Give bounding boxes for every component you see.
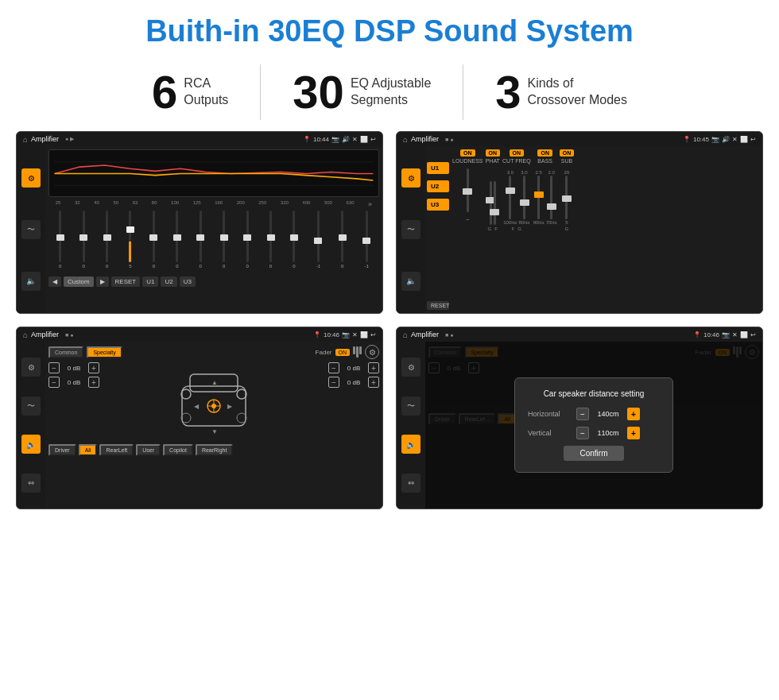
eq-slider-11[interactable]: -1 xyxy=(316,211,320,274)
stat-label-eq: EQ Adjustable Segments xyxy=(351,69,431,109)
eq-slider-12[interactable]: 0 xyxy=(341,211,343,274)
phat-toggle[interactable]: ON xyxy=(486,149,501,157)
vertical-ctrl: − 110cm + xyxy=(576,427,640,439)
horizontal-ctrl: − 140cm + xyxy=(576,408,640,420)
fader-on-badge[interactable]: ON xyxy=(335,349,351,356)
vertical-label: Vertical xyxy=(528,429,572,437)
eq-slider-8[interactable]: 0 xyxy=(246,211,248,274)
cutfreq-toggle[interactable]: ON xyxy=(510,149,525,157)
cross-speaker-icon[interactable]: 🔈 xyxy=(401,272,421,291)
db-value-rl: 0 dB xyxy=(62,379,86,386)
u-labels: U1 U2 U3 RESET xyxy=(427,149,449,310)
wave-icon-btn[interactable]: 〜 xyxy=(21,220,41,239)
fader2-expand-icon[interactable]: ⇔ xyxy=(401,474,421,493)
svg-text:◀: ◀ xyxy=(194,403,200,410)
sub-toggle[interactable]: ON xyxy=(560,149,575,157)
eq-slider-13[interactable]: -1 xyxy=(365,211,369,274)
db-plus-rr[interactable]: + xyxy=(368,377,379,388)
fader-bars xyxy=(353,346,362,358)
home-icon-2[interactable]: ⌂ xyxy=(403,135,408,144)
eq-slider-5[interactable]: 0 xyxy=(176,211,178,274)
left-icons-2: ⚙ 〜 🔈 xyxy=(397,146,425,313)
screen-body-eq: ⚙ 〜 🔈 xyxy=(17,146,382,313)
eq-u2-btn[interactable]: U2 xyxy=(161,277,176,287)
fader-wave-icon[interactable]: 〜 xyxy=(21,396,41,416)
db-minus-fr[interactable]: − xyxy=(328,362,339,373)
u2-label[interactable]: U2 xyxy=(427,180,449,192)
dialog-title: Car speaker distance setting xyxy=(528,389,660,398)
db-plus-fr[interactable]: + xyxy=(368,362,379,373)
fader-top-row: Common Specialty Fader ON ⚙ xyxy=(48,345,379,359)
stat-label-rca: RCA Outputs xyxy=(184,69,228,109)
eq-slider-6[interactable]: 0 xyxy=(200,211,202,274)
fader2-eq-icon[interactable]: ⚙ xyxy=(401,358,421,377)
fader-speaker-icon[interactable]: 🔈 xyxy=(21,435,41,454)
home-icon-1[interactable]: ⌂ xyxy=(23,135,28,144)
db-minus-rl[interactable]: − xyxy=(48,377,60,388)
screen-eq: ⌂ Amplifier ● ▶ 📍 10:44 📷 🔊 ✕ ⬜ ↩ ⚙ 〜 🔈 xyxy=(16,131,383,314)
loudness-toggle[interactable]: ON xyxy=(460,149,475,157)
db-value-fr: 0 dB xyxy=(342,365,366,372)
fader-bottom-btns: Driver All RearLeft User Copilot RearRig… xyxy=(48,444,379,456)
rearright-btn[interactable]: RearRight xyxy=(196,444,234,456)
driver-btn[interactable]: Driver xyxy=(48,444,76,456)
eq-reset-btn[interactable]: RESET xyxy=(111,277,141,287)
statusbar-3: ⌂ Amplifier ■ ● 📍 10:46 📷 ✕ ⬜ ↩ xyxy=(17,327,382,342)
screen-body-fader-dialog: ⚙ 〜 🔈 ⇔ Common Specialty Fader ON xyxy=(397,342,762,509)
home-icon-4[interactable]: ⌂ xyxy=(403,331,408,339)
copilot-btn[interactable]: Copilot xyxy=(163,444,193,456)
u1-label[interactable]: U1 xyxy=(427,162,449,174)
eq-u3-btn[interactable]: U3 xyxy=(180,277,196,287)
eq-icon-btn[interactable]: ⚙ xyxy=(21,168,41,188)
bass-toggle[interactable]: ON xyxy=(537,149,552,157)
eq-slider-0[interactable]: 0 xyxy=(59,211,61,274)
fader2-speaker-icon[interactable]: 🔈 xyxy=(401,435,421,454)
cross-wave-icon[interactable]: 〜 xyxy=(401,220,421,239)
stat-crossover: 3 Kinds of Crossover Modes xyxy=(463,69,659,115)
eq-slider-10[interactable]: 0 xyxy=(293,211,295,274)
eq-play-btn[interactable]: ▶ xyxy=(96,277,109,287)
eq-slider-2[interactable]: 0 xyxy=(106,211,108,274)
all-btn[interactable]: All xyxy=(79,444,98,456)
sub-sliders: 20 5 xyxy=(564,165,570,225)
horizontal-minus[interactable]: − xyxy=(576,408,589,420)
common-tab[interactable]: Common xyxy=(48,346,83,358)
dialog-vertical-row: Vertical − 110cm + xyxy=(528,427,660,439)
settings-icon[interactable]: ⚙ xyxy=(365,345,379,359)
db-minus-fl[interactable]: − xyxy=(48,362,60,373)
user-btn[interactable]: User xyxy=(136,444,161,456)
sub-label: SUB xyxy=(561,158,572,164)
left-icons-1: ⚙ 〜 🔈 xyxy=(17,146,45,313)
eq-custom-btn[interactable]: Custom xyxy=(64,277,94,287)
home-icon-3[interactable]: ⌂ xyxy=(23,331,28,339)
eq-slider-1[interactable]: 0 xyxy=(82,211,84,274)
vertical-minus[interactable]: − xyxy=(576,427,589,439)
vertical-plus[interactable]: + xyxy=(627,427,640,439)
screens-grid: ⌂ Amplifier ● ▶ 📍 10:44 📷 🔊 ✕ ⬜ ↩ ⚙ 〜 🔈 xyxy=(0,131,779,517)
specialty-tab[interactable]: Specialty xyxy=(87,346,122,358)
eq-u1-btn[interactable]: U1 xyxy=(142,277,158,287)
db-plus-rl[interactable]: + xyxy=(88,377,99,388)
loudness-slider[interactable] xyxy=(467,168,469,212)
eq-prev-btn[interactable]: ◀ xyxy=(48,277,61,287)
eq-slider-9[interactable]: 0 xyxy=(269,211,272,274)
speaker-icon-btn[interactable]: 🔈 xyxy=(21,272,41,291)
horizontal-plus[interactable]: + xyxy=(627,408,640,420)
u3-label[interactable]: U3 xyxy=(427,199,449,211)
left-icons-4: ⚙ 〜 🔈 ⇔ xyxy=(397,342,425,509)
left-icons-3: ⚙ 〜 🔈 ⇔ xyxy=(17,342,45,509)
fader-eq-icon[interactable]: ⚙ xyxy=(21,358,41,377)
crossover-reset-btn[interactable]: RESET xyxy=(427,301,449,310)
fader2-wave-icon[interactable]: 〜 xyxy=(401,396,421,416)
eq-slider-4[interactable]: 0 xyxy=(153,211,155,274)
eq-slider-3[interactable]: 5 xyxy=(129,211,131,274)
rearleft-btn[interactable]: RearLeft xyxy=(99,444,134,456)
confirm-button[interactable]: Confirm xyxy=(564,446,623,461)
fader2-main-content: Common Specialty Fader ON ⚙ xyxy=(425,342,762,509)
db-minus-rr[interactable]: − xyxy=(328,377,339,388)
eq-slider-7[interactable]: 0 xyxy=(223,211,225,274)
cross-eq-icon[interactable]: ⚙ xyxy=(401,168,421,188)
db-plus-fl[interactable]: + xyxy=(88,362,99,373)
fader-expand-icon[interactable]: ⇔ xyxy=(21,474,41,493)
stat-number-rca: 6 xyxy=(152,69,177,115)
